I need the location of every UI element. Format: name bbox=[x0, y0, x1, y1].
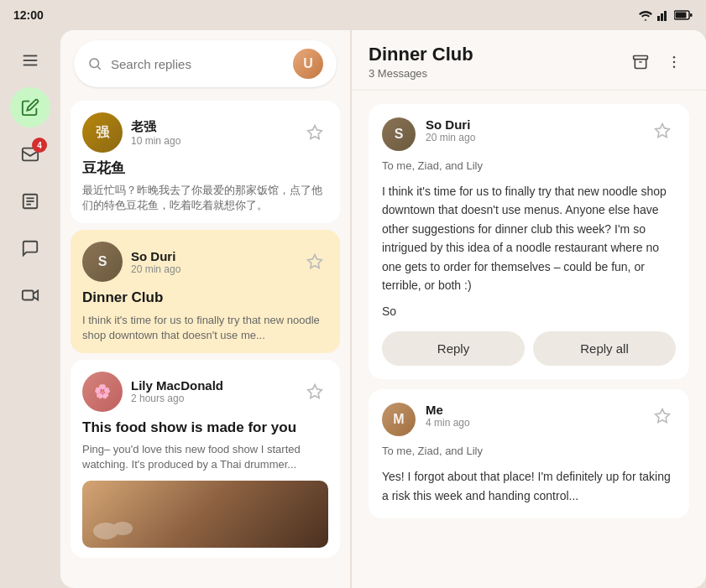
sidebar-item-mail[interactable]: 4 bbox=[10, 134, 50, 174]
sidebar-item-notes[interactable] bbox=[10, 181, 50, 221]
svg-rect-5 bbox=[676, 13, 687, 18]
search-input-wrap: U bbox=[74, 40, 337, 87]
card-preview-2: I think it's time for us to finally try … bbox=[82, 313, 328, 343]
svg-rect-1 bbox=[661, 13, 663, 21]
card-sender-1: 老强 bbox=[131, 119, 293, 135]
chat-icon bbox=[21, 239, 39, 258]
email-sign-1: So bbox=[382, 304, 676, 318]
archive-button[interactable] bbox=[625, 47, 656, 77]
email-header-1: S So Duri 20 min ago bbox=[382, 117, 676, 151]
svg-rect-2 bbox=[664, 11, 667, 21]
svg-point-25 bbox=[673, 65, 676, 68]
avatar-laoquang: 强 bbox=[82, 112, 123, 153]
card-header-1: 强 老强 10 min ago bbox=[82, 112, 328, 153]
email-time-2: 4 min ago bbox=[426, 417, 639, 429]
app-container: 4 bbox=[0, 30, 706, 588]
svg-rect-6 bbox=[690, 13, 693, 17]
thread-body: S So Duri 20 min ago To me, Ziad, and Li… bbox=[352, 91, 706, 588]
email-card-2: M Me 4 min ago To me, Ziad, and Lily Yes… bbox=[369, 389, 689, 518]
right-panel: Dinner Club 3 Messages bbox=[352, 30, 706, 588]
card-image-3 bbox=[82, 481, 328, 548]
svg-point-21 bbox=[112, 522, 133, 535]
avatar-lily: 🌸 bbox=[82, 372, 123, 412]
svg-rect-22 bbox=[634, 55, 648, 59]
message-card-3[interactable]: 🌸 Lily MacDonald 2 hours ago This food s… bbox=[71, 360, 340, 558]
svg-marker-17 bbox=[308, 126, 322, 139]
wifi-icon bbox=[637, 9, 654, 21]
svg-marker-19 bbox=[308, 385, 322, 398]
sidebar-item-video[interactable] bbox=[10, 275, 50, 315]
email-body-2: Yes! I forgot about that place! I'm defi… bbox=[382, 467, 676, 505]
thread-title: Dinner Club bbox=[369, 44, 615, 65]
card-preview-3: Ping– you'd love this new food show I st… bbox=[82, 442, 328, 472]
avatar-me-thread: M bbox=[382, 403, 416, 436]
thread-actions bbox=[625, 47, 689, 77]
status-time: 12:00 bbox=[13, 8, 44, 22]
avatar-soduri-list: S bbox=[82, 242, 123, 282]
reply-button[interactable]: Reply bbox=[382, 331, 525, 366]
card-subject-1: 豆花鱼 bbox=[82, 159, 328, 178]
svg-rect-15 bbox=[23, 291, 34, 300]
notes-icon bbox=[21, 192, 39, 211]
status-bar: 12:00 bbox=[0, 0, 706, 30]
email-card-1: S So Duri 20 min ago To me, Ziad, and Li… bbox=[369, 104, 689, 379]
message-card-1[interactable]: 强 老强 10 min ago 豆花鱼 最近忙吗？昨晚我去了你最爱的那家饭馆，点… bbox=[71, 101, 340, 223]
search-icon bbox=[87, 56, 102, 71]
card-header-2: S So Duri 20 min ago bbox=[82, 242, 328, 282]
card-sender-3: Lily MacDonald bbox=[131, 378, 293, 393]
battery-icon bbox=[674, 10, 693, 20]
card-meta-3: Lily MacDonald 2 hours ago bbox=[131, 378, 293, 404]
email-to-2: To me, Ziad, and Lily bbox=[382, 445, 676, 457]
email-meta-1: So Duri 20 min ago bbox=[426, 117, 639, 143]
card-subject-3: This food show is made for you bbox=[82, 419, 328, 437]
email-sender-1: So Duri bbox=[426, 117, 639, 132]
sidebar-item-chat[interactable] bbox=[10, 228, 50, 268]
status-icons bbox=[637, 9, 693, 21]
signal-icon bbox=[657, 9, 671, 21]
message-list: 强 老强 10 min ago 豆花鱼 最近忙吗？昨晚我去了你最爱的那家饭馆，点… bbox=[60, 97, 350, 588]
email-star-1[interactable] bbox=[649, 117, 676, 144]
compose-icon bbox=[21, 98, 39, 117]
thread-count: 3 Messages bbox=[369, 67, 615, 80]
svg-point-16 bbox=[90, 59, 99, 68]
star-btn-3[interactable] bbox=[301, 378, 328, 405]
card-meta-1: 老强 10 min ago bbox=[131, 119, 293, 147]
sidebar-item-compose[interactable] bbox=[10, 87, 50, 127]
search-bar: U bbox=[60, 30, 350, 97]
email-meta-2: Me 4 min ago bbox=[426, 403, 639, 429]
email-to-1: To me, Ziad, and Lily bbox=[382, 159, 676, 172]
star-btn-2[interactable] bbox=[301, 248, 328, 275]
svg-marker-18 bbox=[308, 255, 322, 268]
sidebar-item-menu[interactable] bbox=[10, 40, 50, 81]
card-header-3: 🌸 Lily MacDonald 2 hours ago bbox=[82, 372, 328, 412]
avatar-soduri-thread: S bbox=[382, 117, 416, 151]
card-time-1: 10 min ago bbox=[131, 135, 293, 147]
user-avatar[interactable]: U bbox=[293, 49, 323, 79]
svg-marker-26 bbox=[656, 124, 670, 138]
menu-icon bbox=[21, 51, 39, 70]
message-card-2[interactable]: S So Duri 20 min ago Dinner Club I think… bbox=[71, 230, 340, 352]
video-icon bbox=[21, 286, 39, 304]
svg-rect-3 bbox=[667, 9, 670, 21]
card-meta-2: So Duri 20 min ago bbox=[131, 249, 293, 275]
email-actions-1: Reply Reply all bbox=[382, 331, 676, 366]
left-panel: U 强 老强 10 min ago bbox=[60, 30, 350, 588]
card-time-3: 2 hours ago bbox=[131, 393, 293, 404]
email-header-2: M Me 4 min ago bbox=[382, 403, 676, 436]
svg-marker-27 bbox=[656, 409, 670, 423]
sidebar: 4 bbox=[0, 30, 60, 588]
star-btn-1[interactable] bbox=[301, 119, 328, 146]
card-preview-1: 最近忙吗？昨晚我去了你最爱的那家饭馆，点了他们的特色豆花鱼，吃着吃着就想你了。 bbox=[82, 183, 328, 213]
search-input[interactable] bbox=[111, 57, 285, 71]
card-subject-2: Dinner Club bbox=[82, 289, 328, 307]
card-time-2: 20 min ago bbox=[131, 263, 293, 275]
reply-all-button[interactable]: Reply all bbox=[533, 331, 676, 366]
email-star-2[interactable] bbox=[649, 403, 676, 429]
svg-point-23 bbox=[673, 55, 676, 58]
email-time-1: 20 min ago bbox=[426, 132, 639, 143]
thread-header: Dinner Club 3 Messages bbox=[352, 30, 706, 91]
email-body-1: I think it's time for us to finally try … bbox=[382, 182, 676, 294]
more-options-button[interactable] bbox=[659, 47, 689, 77]
mail-badge: 4 bbox=[32, 138, 47, 153]
email-sender-2: Me bbox=[426, 403, 639, 417]
